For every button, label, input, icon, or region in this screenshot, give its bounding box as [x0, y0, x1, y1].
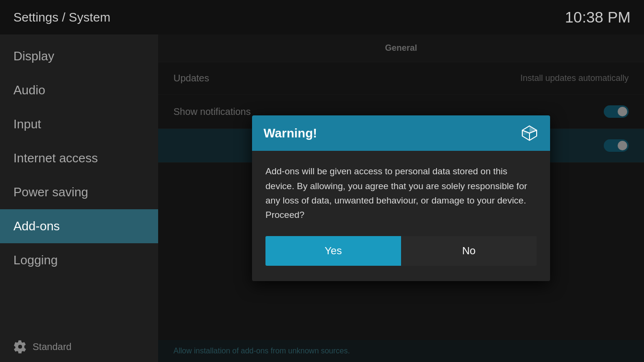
dialog-header: Warning! — [252, 115, 550, 151]
warning-dialog: Warning! Add-ons will be given access to… — [252, 115, 550, 281]
sidebar-item-audio[interactable]: Audio — [0, 73, 158, 107]
dialog-buttons: Yes No — [265, 236, 537, 266]
content-area: General Updates Install updates automati… — [158, 34, 644, 362]
sidebar-item-power-saving[interactable]: Power saving — [0, 175, 158, 209]
main-layout: Display Audio Input Internet access Powe… — [0, 34, 644, 362]
top-bar: Settings / System 10:38 PM — [0, 0, 644, 34]
sidebar: Display Audio Input Internet access Powe… — [0, 34, 158, 362]
page-title: Settings / System — [13, 10, 110, 25]
dialog-overlay: Warning! Add-ons will be given access to… — [158, 34, 644, 362]
sidebar-footer-label: Standard — [33, 341, 71, 352]
sidebar-item-logging[interactable]: Logging — [0, 243, 158, 277]
kodi-icon — [520, 124, 539, 142]
sidebar-item-add-ons[interactable]: Add-ons — [0, 209, 158, 243]
dialog-yes-button[interactable]: Yes — [265, 236, 401, 266]
sidebar-footer: Standard — [0, 331, 158, 362]
sidebar-item-input[interactable]: Input — [0, 107, 158, 141]
dialog-body: Add-ons will be given access to personal… — [252, 151, 550, 281]
svg-marker-5 — [522, 130, 529, 136]
sidebar-nav: Display Audio Input Internet access Powe… — [0, 39, 158, 277]
gear-icon — [13, 340, 27, 353]
clock: 10:38 PM — [565, 9, 631, 26]
dialog-title: Warning! — [264, 126, 317, 141]
sidebar-item-internet-access[interactable]: Internet access — [0, 141, 158, 175]
sidebar-item-display[interactable]: Display — [0, 39, 158, 73]
dialog-message: Add-ons will be given access to personal… — [265, 164, 537, 223]
dialog-no-button[interactable]: No — [401, 236, 537, 266]
